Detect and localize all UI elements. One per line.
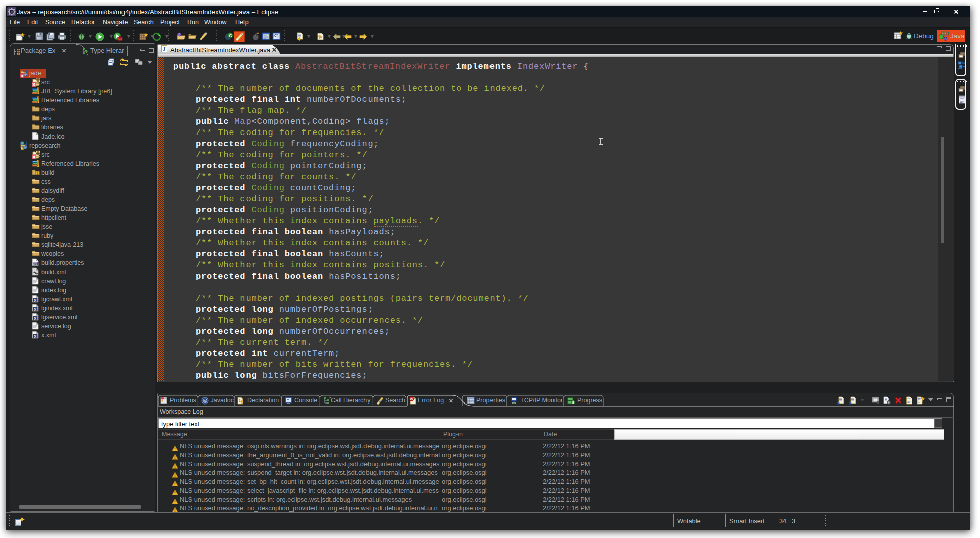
svg-text:J: J [946,31,949,37]
svg-text:J: J [25,141,28,147]
svg-text:C: C [229,33,232,38]
svg-text:X: X [34,334,37,339]
svg-text:@: @ [203,398,208,404]
svg-text:010: 010 [33,262,38,265]
svg-text:!: ! [22,146,23,150]
svg-text:X: X [34,307,37,312]
svg-text:!: ! [37,171,38,176]
svg-text:X: X [34,316,37,321]
svg-text:X: X [34,298,37,303]
svg-text:x: x [21,73,24,78]
svg-text:J: J [25,69,28,74]
